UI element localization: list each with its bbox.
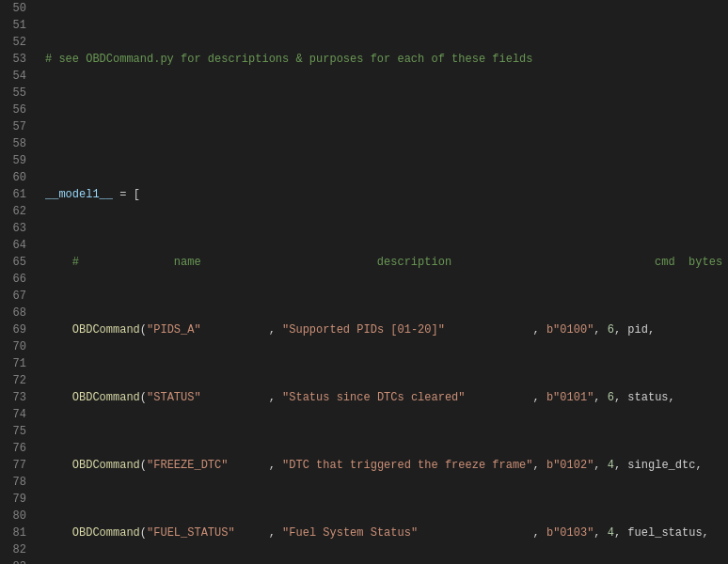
line-num-64: 64 bbox=[6, 237, 26, 254]
line-num-68: 68 bbox=[6, 305, 26, 321]
line-num-59: 59 bbox=[6, 152, 26, 169]
line-num-80: 80 bbox=[6, 508, 26, 525]
line-num-57: 57 bbox=[6, 118, 26, 135]
line-num-62: 62 bbox=[6, 203, 26, 220]
line-num-76: 76 bbox=[6, 440, 26, 457]
code-line-57: OBDCommand("FUEL_STATUS" , "Fuel System … bbox=[45, 525, 728, 541]
line-num-53: 53 bbox=[6, 51, 26, 68]
line-num-79: 79 bbox=[6, 491, 26, 508]
line-num-50: 50 bbox=[6, 0, 26, 17]
line-num-63: 63 bbox=[6, 220, 26, 237]
line-num-73: 73 bbox=[6, 389, 26, 406]
code-line-50: # see OBDCommand.py for descriptions & p… bbox=[45, 51, 728, 68]
line-num-51: 51 bbox=[6, 17, 26, 34]
line-num-67: 67 bbox=[6, 288, 26, 305]
code-line-53: # name description cmd bytes decoder bbox=[45, 254, 728, 271]
line-num-60: 60 bbox=[6, 169, 26, 186]
line-num-55: 55 bbox=[6, 85, 26, 102]
line-numbers: 50 51 52 53 54 55 56 57 58 59 60 61 62 6… bbox=[0, 0, 36, 564]
line-num-74: 74 bbox=[6, 406, 26, 423]
line-num-66: 66 bbox=[6, 271, 26, 288]
code-line-54: OBDCommand("PIDS_A" , "Supported PIDs [0… bbox=[45, 321, 728, 338]
code-line-55: OBDCommand("STATUS" , "Status since DTCs… bbox=[45, 389, 728, 406]
line-num-69: 69 bbox=[6, 321, 26, 338]
line-num-75: 75 bbox=[6, 423, 26, 440]
line-num-77: 77 bbox=[6, 457, 26, 474]
line-num-72: 72 bbox=[6, 372, 26, 389]
line-num-78: 78 bbox=[6, 474, 26, 491]
line-num-61: 61 bbox=[6, 186, 26, 203]
line-num-71: 71 bbox=[6, 355, 26, 372]
line-num-82: 82 bbox=[6, 541, 26, 558]
line-num-70: 70 bbox=[6, 338, 26, 355]
line-num-83: 83 bbox=[6, 558, 26, 564]
line-num-58: 58 bbox=[6, 135, 26, 152]
line-num-81: 81 bbox=[6, 525, 26, 541]
code-content: # see OBDCommand.py for descriptions & p… bbox=[36, 0, 728, 564]
line-num-52: 52 bbox=[6, 34, 26, 51]
code-line-52: __model1__ = [ bbox=[45, 186, 728, 203]
line-num-54: 54 bbox=[6, 68, 26, 85]
code-line-56: OBDCommand("FREEZE_DTC" , "DTC that trig… bbox=[45, 457, 728, 474]
code-editor[interactable]: 50 51 52 53 54 55 56 57 58 59 60 61 62 6… bbox=[0, 0, 728, 564]
code-line-51 bbox=[45, 118, 728, 135]
line-num-65: 65 bbox=[6, 254, 26, 271]
line-num-56: 56 bbox=[6, 102, 26, 118]
